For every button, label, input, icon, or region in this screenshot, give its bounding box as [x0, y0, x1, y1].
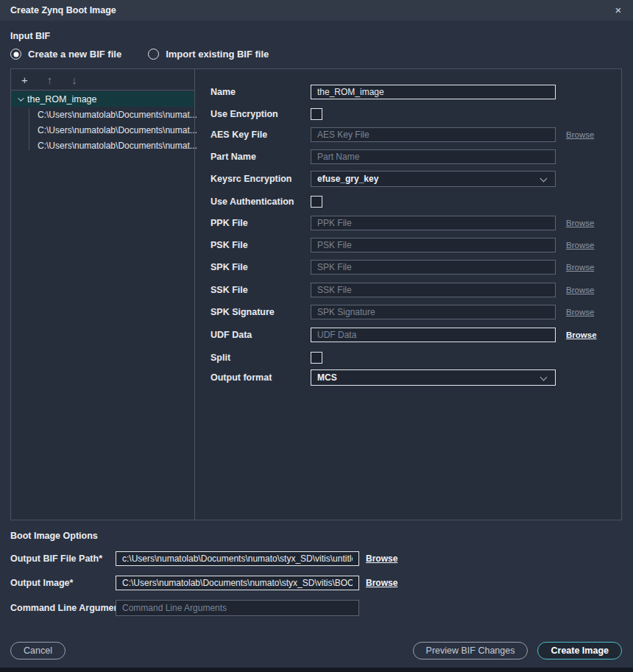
cancel-button[interactable]: Cancel: [10, 642, 66, 659]
radio-import-existing-bif-label: Import existing BIF file: [166, 49, 269, 60]
spk-signature-label: SPK Signature: [211, 307, 275, 317]
split-checkbox[interactable]: [311, 352, 322, 364]
bif-mode-radio-group: Create a new BIF file Import existing BI…: [10, 49, 288, 60]
chevron-down-icon: [540, 175, 548, 183]
name-label: Name: [211, 87, 236, 97]
use-encryption-label: Use Encryption: [211, 109, 278, 119]
radio-selected-icon: [10, 49, 21, 60]
psk-file-label: PSK File: [211, 240, 248, 250]
output-bif-file-path-label: Output BIF File Path*: [10, 553, 102, 564]
use-authentication-label: Use Authentication: [211, 197, 294, 207]
ppk-file-label: PPK File: [211, 218, 248, 228]
spk-signature-input[interactable]: [311, 305, 556, 319]
use-authentication-checkbox[interactable]: [311, 196, 322, 208]
spk-signature-browse-link[interactable]: Browse: [566, 308, 594, 316]
chevron-down-icon: [18, 95, 24, 101]
output-bif-file-path-input[interactable]: [116, 551, 359, 566]
tree-root-the-rom-image[interactable]: the_ROM_image: [11, 91, 194, 107]
part-name-label: Part Name: [211, 152, 256, 162]
ssk-file-input[interactable]: [311, 283, 556, 297]
keysrc-encryption-label: Keysrc Encryption: [211, 174, 291, 184]
tree-toolbar: + ↑ ↓: [11, 69, 194, 91]
tree-root-label: the_ROM_image: [27, 94, 97, 105]
partition-form-pane: Name Use Encryption AES Key File Browse …: [196, 69, 621, 520]
use-encryption-checkbox[interactable]: [311, 108, 322, 120]
move-down-icon[interactable]: ↓: [71, 74, 77, 85]
spk-file-label: SPK File: [211, 262, 248, 272]
command-line-arguments-label: Command Line Arguments: [10, 603, 127, 613]
name-input[interactable]: [311, 85, 556, 99]
footer-actions: Preview BIF Changes Create Image: [413, 642, 622, 659]
partition-tree: the_ROM_image C:\Users\numatolab\Documen…: [11, 91, 194, 153]
preview-bif-changes-button[interactable]: Preview BIF Changes: [413, 642, 528, 659]
ssk-file-label: SSK File: [211, 285, 248, 295]
output-format-label: Output format: [211, 372, 272, 383]
psk-file-browse-link[interactable]: Browse: [566, 241, 594, 250]
chevron-down-icon: [540, 374, 548, 381]
radio-import-existing-bif[interactable]: Import existing BIF file: [148, 49, 269, 60]
spk-file-input[interactable]: [311, 260, 556, 275]
aes-key-file-browse-link[interactable]: Browse: [566, 130, 594, 139]
dialog-titlebar: Create Zynq Boot Image: [0, 0, 633, 21]
output-image-label: Output Image*: [10, 578, 73, 588]
udf-data-browse-link[interactable]: Browse: [566, 330, 597, 339]
boot-image-options-section-label: Boot Image Options: [10, 531, 98, 541]
udf-data-input[interactable]: [311, 328, 556, 342]
spk-file-browse-link[interactable]: Browse: [566, 263, 594, 272]
partition-tree-pane: + ↑ ↓ the_ROM_image C:\Users\numatolab\D…: [11, 69, 195, 520]
output-format-select[interactable]: MCS: [311, 369, 556, 386]
output-format-value: MCS: [317, 372, 337, 383]
udf-data-label: UDF Data: [211, 330, 252, 340]
ppk-file-browse-link[interactable]: Browse: [566, 219, 594, 227]
ssk-file-browse-link[interactable]: Browse: [566, 286, 594, 294]
tree-item-partition-path[interactable]: C:\Users\numatolab\Documents\numat...: [11, 138, 194, 153]
move-up-icon[interactable]: ↑: [47, 74, 53, 85]
keysrc-encryption-select[interactable]: efuse_gry_key: [311, 171, 556, 187]
dialog-title: Create Zynq Boot Image: [10, 5, 116, 15]
radio-unselected-icon: [148, 49, 159, 60]
part-name-input[interactable]: [311, 149, 556, 164]
add-partition-icon[interactable]: +: [21, 74, 28, 85]
create-zynq-boot-image-dialog: Create Zynq Boot Image × Input BIF Creat…: [0, 0, 633, 672]
output-image-input[interactable]: [116, 576, 359, 590]
ppk-file-input[interactable]: [311, 216, 556, 230]
create-image-button[interactable]: Create Image: [537, 642, 622, 659]
close-icon[interactable]: ×: [611, 2, 626, 17]
tree-children: C:\Users\numatolab\Documents\numat... C:…: [11, 107, 194, 153]
bottom-edge-strip: [0, 668, 633, 672]
bif-content-box: + ↑ ↓ the_ROM_image C:\Users\numatolab\D…: [10, 68, 622, 520]
output-image-browse-link[interactable]: Browse: [366, 578, 397, 588]
tree-item-partition-path[interactable]: C:\Users\numatolab\Documents\numat...: [11, 107, 194, 122]
split-label: Split: [211, 353, 230, 363]
command-line-arguments-input[interactable]: [116, 600, 359, 616]
radio-create-new-bif[interactable]: Create a new BIF file: [10, 49, 121, 60]
aes-key-file-label: AES Key File: [211, 130, 267, 140]
output-bif-browse-link[interactable]: Browse: [366, 553, 397, 564]
input-bif-section-label: Input BIF: [10, 31, 50, 41]
keysrc-encryption-value: efuse_gry_key: [317, 174, 378, 184]
psk-file-input[interactable]: [311, 238, 556, 252]
radio-create-new-bif-label: Create a new BIF file: [28, 49, 121, 60]
tree-item-partition-path[interactable]: C:\Users\numatolab\Documents\numat...: [11, 122, 194, 138]
aes-key-file-input[interactable]: [311, 127, 556, 142]
